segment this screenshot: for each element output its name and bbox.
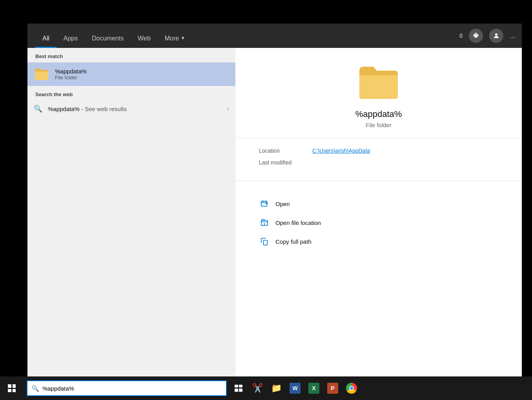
web-query: %appdata%: [48, 106, 80, 112]
word-icon: W: [290, 383, 301, 394]
folder-icon-small: [34, 66, 49, 82]
copy-full-path-label: Copy full path: [275, 238, 312, 245]
start-button[interactable]: [0, 376, 24, 400]
svg-rect-1: [239, 385, 242, 387]
best-match-title: %appdata%: [55, 68, 229, 75]
taskbar-app-word[interactable]: W: [286, 380, 304, 397]
detail-actions: Open Open file location: [235, 194, 522, 251]
taskbar-app-chrome[interactable]: [343, 380, 360, 397]
open-file-location-icon: [259, 217, 270, 228]
web-search-item[interactable]: 🔍 %appdata% - See web results ›: [27, 100, 235, 117]
action-copy-full-path[interactable]: Copy full path: [259, 232, 498, 251]
file-explorer-icon: 📁: [271, 383, 282, 393]
open-file-location-label: Open file location: [275, 219, 321, 226]
chevron-right-icon: ›: [227, 105, 229, 112]
taskbar: 🔍 ✂️ 📁 W X P: [0, 376, 532, 400]
user-button[interactable]: [489, 29, 503, 43]
svg-rect-0: [235, 385, 238, 387]
location-value[interactable]: C:\Users\arish\AppData: [312, 148, 370, 154]
chevron-down-icon: ▼: [180, 35, 185, 42]
detail-subtitle: File folder: [366, 122, 392, 128]
right-panel: %appdata% File folder Location C:\Users\…: [235, 48, 522, 376]
search-icon: 🔍: [31, 385, 39, 392]
nav-badge: 0: [459, 33, 463, 39]
web-section-label: Search the web: [27, 86, 235, 100]
action-open-file-location[interactable]: Open file location: [259, 213, 498, 232]
taskbar-app-file-explorer[interactable]: 📁: [268, 380, 285, 397]
best-match-item[interactable]: %appdata% File folder: [27, 62, 235, 86]
folder-icon-large: [357, 64, 400, 103]
svg-rect-5: [261, 201, 267, 206]
chrome-icon: [346, 383, 357, 394]
web-suffix: - See web results: [80, 106, 127, 112]
powerpoint-icon: P: [327, 383, 338, 394]
last-modified-label: Last modified: [259, 159, 306, 166]
action-open[interactable]: Open: [259, 194, 498, 213]
user-icon: [493, 32, 500, 39]
divider-1: [235, 138, 522, 138]
detail-meta: Location C:\Users\arish\AppData Last mod…: [235, 148, 522, 171]
best-match-text: %appdata% File folder: [55, 68, 229, 80]
taskbar-search-box[interactable]: 🔍: [27, 380, 227, 396]
search-content: Best match %appdata% File folder Search …: [27, 48, 522, 376]
more-options-button[interactable]: ...: [510, 32, 516, 40]
left-panel: Best match %appdata% File folder Search …: [27, 48, 235, 376]
divider-2: [235, 181, 522, 181]
task-view-icon: [234, 384, 243, 393]
tab-all[interactable]: All: [35, 30, 56, 48]
location-row: Location C:\Users\arish\AppData: [259, 148, 498, 154]
best-match-subtitle: File folder: [55, 75, 229, 80]
tab-web[interactable]: Web: [131, 30, 158, 48]
trophy-icon: [472, 32, 479, 39]
svg-rect-2: [235, 389, 238, 392]
svg-rect-3: [239, 389, 242, 392]
taskbar-apps: ✂️ 📁 W X P: [230, 380, 360, 397]
svg-rect-7: [263, 240, 267, 245]
scissors-icon: ✂️: [252, 383, 263, 393]
search-input[interactable]: [42, 385, 222, 392]
nav-right-controls: 0 ...: [459, 29, 516, 43]
best-match-label: Best match: [27, 48, 235, 62]
search-overlay: All Apps Documents Web More ▼ 0 ...: [27, 24, 522, 376]
svg-point-4: [495, 33, 497, 36]
taskbar-app-task-view[interactable]: [230, 380, 247, 397]
trophy-button[interactable]: [469, 29, 483, 43]
web-search-icon: 🔍: [34, 104, 42, 113]
taskbar-app-excel[interactable]: X: [305, 380, 322, 397]
location-label: Location: [259, 148, 306, 154]
tab-documents[interactable]: Documents: [85, 30, 131, 48]
taskbar-app-powerpoint[interactable]: P: [324, 380, 341, 397]
excel-icon: X: [308, 383, 319, 394]
open-icon: [259, 198, 270, 209]
copy-icon: [259, 236, 270, 247]
search-nav: All Apps Documents Web More ▼ 0 ...: [27, 24, 522, 48]
web-search-text: %appdata% - See web results: [48, 106, 127, 112]
open-label: Open: [275, 201, 290, 207]
windows-icon: [8, 384, 16, 392]
detail-title: %appdata%: [355, 109, 402, 119]
tab-more[interactable]: More ▼: [158, 30, 192, 48]
taskbar-app-snip[interactable]: ✂️: [249, 380, 266, 397]
last-modified-row: Last modified: [259, 159, 498, 166]
tab-apps[interactable]: Apps: [56, 30, 85, 48]
